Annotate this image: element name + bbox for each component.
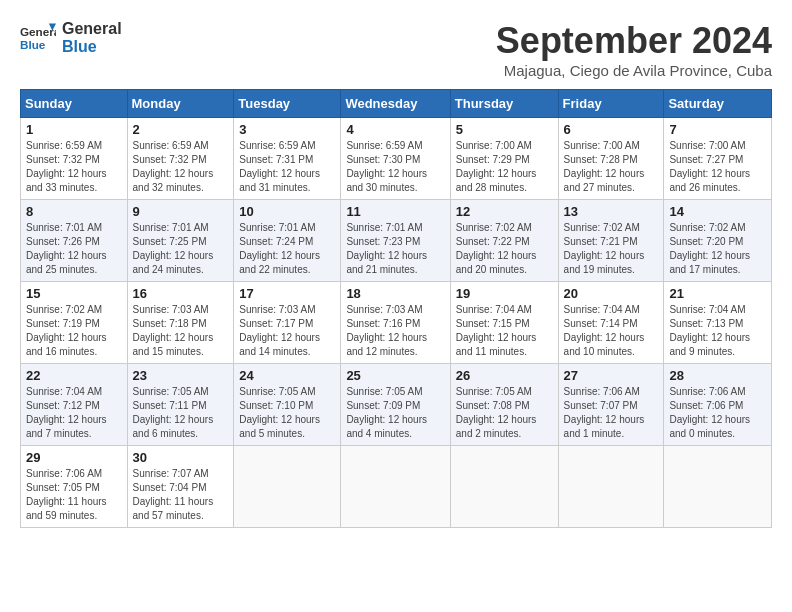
empty-cell-4 [558,446,664,528]
day-4: 4 Sunrise: 6:59 AMSunset: 7:30 PMDayligh… [341,118,450,200]
logo-general: General [62,20,122,38]
empty-cell-1 [234,446,341,528]
day-29: 29 Sunrise: 7:06 AMSunset: 7:05 PMDaylig… [21,446,128,528]
header-saturday: Saturday [664,90,772,118]
header-friday: Friday [558,90,664,118]
calendar-header-row: Sunday Monday Tuesday Wednesday Thursday… [21,90,772,118]
calendar-table: Sunday Monday Tuesday Wednesday Thursday… [20,89,772,528]
header-thursday: Thursday [450,90,558,118]
day-10: 10 Sunrise: 7:01 AMSunset: 7:24 PMDaylig… [234,200,341,282]
day-19: 19 Sunrise: 7:04 AMSunset: 7:15 PMDaylig… [450,282,558,364]
day-2: 2 Sunrise: 6:59 AMSunset: 7:32 PMDayligh… [127,118,234,200]
day-8: 8 Sunrise: 7:01 AMSunset: 7:26 PMDayligh… [21,200,128,282]
day-16: 16 Sunrise: 7:03 AMSunset: 7:18 PMDaylig… [127,282,234,364]
day-13: 13 Sunrise: 7:02 AMSunset: 7:21 PMDaylig… [558,200,664,282]
day-9: 9 Sunrise: 7:01 AMSunset: 7:25 PMDayligh… [127,200,234,282]
svg-text:Blue: Blue [20,38,46,51]
day-7: 7 Sunrise: 7:00 AMSunset: 7:27 PMDayligh… [664,118,772,200]
day-3: 3 Sunrise: 6:59 AMSunset: 7:31 PMDayligh… [234,118,341,200]
week-row-1: 1 Sunrise: 6:59 AMSunset: 7:32 PMDayligh… [21,118,772,200]
day-30: 30 Sunrise: 7:07 AMSunset: 7:04 PMDaylig… [127,446,234,528]
empty-cell-2 [341,446,450,528]
page-header: General Blue General Blue September 2024… [20,20,772,79]
subtitle: Majagua, Ciego de Avila Province, Cuba [496,62,772,79]
header-wednesday: Wednesday [341,90,450,118]
week-row-2: 8 Sunrise: 7:01 AMSunset: 7:26 PMDayligh… [21,200,772,282]
day-28: 28 Sunrise: 7:06 AMSunset: 7:06 PMDaylig… [664,364,772,446]
empty-cell-5 [664,446,772,528]
day-27: 27 Sunrise: 7:06 AMSunset: 7:07 PMDaylig… [558,364,664,446]
day-14: 14 Sunrise: 7:02 AMSunset: 7:20 PMDaylig… [664,200,772,282]
empty-cell-3 [450,446,558,528]
header-tuesday: Tuesday [234,90,341,118]
week-row-4: 22 Sunrise: 7:04 AMSunset: 7:12 PMDaylig… [21,364,772,446]
day-1: 1 Sunrise: 6:59 AMSunset: 7:32 PMDayligh… [21,118,128,200]
day-26: 26 Sunrise: 7:05 AMSunset: 7:08 PMDaylig… [450,364,558,446]
week-row-5: 29 Sunrise: 7:06 AMSunset: 7:05 PMDaylig… [21,446,772,528]
day-6: 6 Sunrise: 7:00 AMSunset: 7:28 PMDayligh… [558,118,664,200]
day-11: 11 Sunrise: 7:01 AMSunset: 7:23 PMDaylig… [341,200,450,282]
day-5: 5 Sunrise: 7:00 AMSunset: 7:29 PMDayligh… [450,118,558,200]
day-21: 21 Sunrise: 7:04 AMSunset: 7:13 PMDaylig… [664,282,772,364]
day-22: 22 Sunrise: 7:04 AMSunset: 7:12 PMDaylig… [21,364,128,446]
header-sunday: Sunday [21,90,128,118]
day-23: 23 Sunrise: 7:05 AMSunset: 7:11 PMDaylig… [127,364,234,446]
title-block: September 2024 Majagua, Ciego de Avila P… [496,20,772,79]
logo: General Blue General Blue [20,20,122,56]
day-17: 17 Sunrise: 7:03 AMSunset: 7:17 PMDaylig… [234,282,341,364]
day-25: 25 Sunrise: 7:05 AMSunset: 7:09 PMDaylig… [341,364,450,446]
header-monday: Monday [127,90,234,118]
week-row-3: 15 Sunrise: 7:02 AMSunset: 7:19 PMDaylig… [21,282,772,364]
logo-blue: Blue [62,38,122,56]
day-12: 12 Sunrise: 7:02 AMSunset: 7:22 PMDaylig… [450,200,558,282]
day-15: 15 Sunrise: 7:02 AMSunset: 7:19 PMDaylig… [21,282,128,364]
logo-icon: General Blue [20,20,56,56]
month-title: September 2024 [496,20,772,62]
day-20: 20 Sunrise: 7:04 AMSunset: 7:14 PMDaylig… [558,282,664,364]
day-18: 18 Sunrise: 7:03 AMSunset: 7:16 PMDaylig… [341,282,450,364]
day-24: 24 Sunrise: 7:05 AMSunset: 7:10 PMDaylig… [234,364,341,446]
